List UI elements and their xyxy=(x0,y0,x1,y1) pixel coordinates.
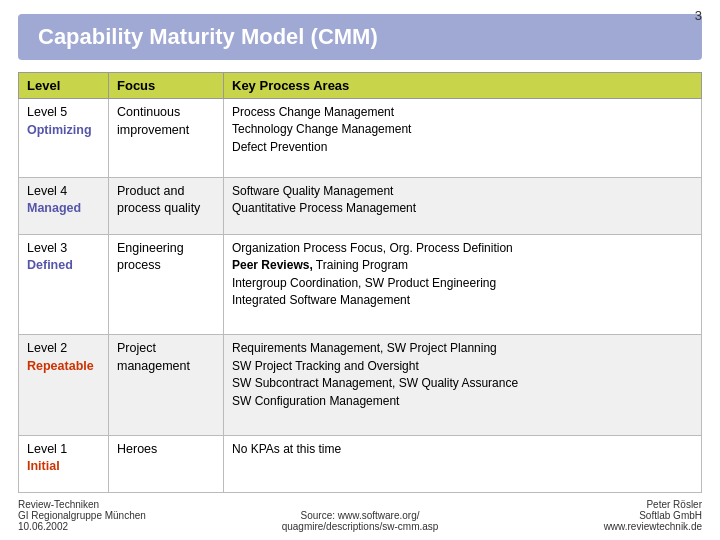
focus-cell-2: Engineeringprocess xyxy=(109,234,224,334)
footer-right-line3: www.reviewtechnik.de xyxy=(604,521,702,532)
level-cell-1: Level 4Managed xyxy=(19,177,109,234)
level-cell-3: Level 2Repeatable xyxy=(19,335,109,435)
header: Capability Maturity Model (CMM) xyxy=(18,14,702,60)
col-header-level: Level xyxy=(19,73,109,99)
footer-left-line3: 10.06.2002 xyxy=(18,521,68,532)
page-wrapper: 3 Capability Maturity Model (CMM) Level … xyxy=(0,0,720,540)
table-row: Level 5OptimizingContinuousimprovementPr… xyxy=(19,99,702,178)
footer-left-line1: Review-Techniken xyxy=(18,499,99,510)
footer-right: Peter Rösler Softlab GmbH www.reviewtech… xyxy=(474,499,702,532)
footer-center: Source: www.software.org/ quagmire/descr… xyxy=(246,510,474,532)
level-cell-2: Level 3Defined xyxy=(19,234,109,334)
footer-right-line1: Peter Rösler xyxy=(646,499,702,510)
col-header-kpa: Key Process Areas xyxy=(224,73,702,99)
table-row: Level 2RepeatableProjectmanagementRequir… xyxy=(19,335,702,435)
focus-cell-1: Product andprocess quality xyxy=(109,177,224,234)
table-row: Level 1InitialHeroesNo KPAs at this time xyxy=(19,435,702,492)
footer-center-line2: quagmire/descriptions/sw-cmm.asp xyxy=(282,521,439,532)
col-header-focus: Focus xyxy=(109,73,224,99)
footer-left: Review-Techniken GI Regionalgruppe Münch… xyxy=(18,499,246,532)
kpa-cell-3: Requirements Management, SW Project Plan… xyxy=(224,335,702,435)
focus-cell-0: Continuousimprovement xyxy=(109,99,224,178)
level-cell-0: Level 5Optimizing xyxy=(19,99,109,178)
focus-cell-4: Heroes xyxy=(109,435,224,492)
capability-table: Level Focus Key Process Areas Level 5Opt… xyxy=(18,72,702,493)
table-row: Level 4ManagedProduct andprocess quality… xyxy=(19,177,702,234)
focus-cell-3: Projectmanagement xyxy=(109,335,224,435)
footer-right-line2: Softlab GmbH xyxy=(639,510,702,521)
kpa-cell-0: Process Change ManagementTechnology Chan… xyxy=(224,99,702,178)
header-title: Capability Maturity Model (CMM) xyxy=(38,24,378,49)
kpa-cell-1: Software Quality ManagementQuantitative … xyxy=(224,177,702,234)
slide-number: 3 xyxy=(695,8,702,23)
footer: Review-Techniken GI Regionalgruppe Münch… xyxy=(18,499,702,532)
kpa-cell-2: Organization Process Focus, Org. Process… xyxy=(224,234,702,334)
kpa-cell-4: No KPAs at this time xyxy=(224,435,702,492)
level-cell-4: Level 1Initial xyxy=(19,435,109,492)
footer-center-line1: Source: www.software.org/ xyxy=(301,510,420,521)
footer-left-line2: GI Regionalgruppe München xyxy=(18,510,146,521)
table-row: Level 3DefinedEngineeringprocessOrganiza… xyxy=(19,234,702,334)
